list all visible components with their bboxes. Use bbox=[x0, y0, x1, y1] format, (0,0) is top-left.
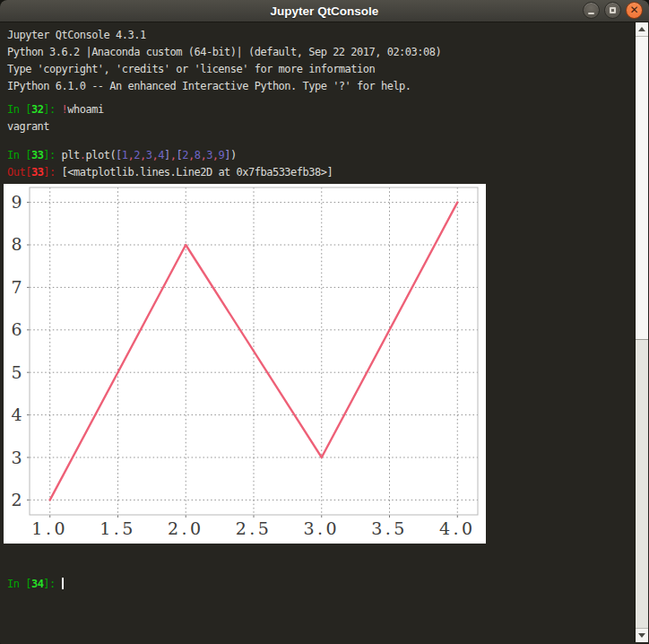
input-line-33: In [33]: plt.plot([1,2,3,4],[2,8,3,9]) bbox=[7, 147, 649, 164]
in-prompt-32: In [32]: bbox=[7, 103, 62, 116]
code-33: plt.plot([1,2,3,4],[2,8,3,9]) bbox=[62, 149, 237, 161]
svg-text:2: 2 bbox=[11, 490, 22, 509]
code-32: !whoami bbox=[62, 103, 104, 116]
output-line-32: vagrant bbox=[7, 118, 649, 135]
in-prompt-34: In [34]: bbox=[7, 578, 62, 590]
svg-text:1.5: 1.5 bbox=[100, 518, 136, 538]
arrow-up-icon bbox=[638, 27, 645, 31]
out-value-33: [<matplotlib.lines.Line2D at 0x7fba533ef… bbox=[62, 166, 333, 178]
window-title: Jupyter QtConsole bbox=[271, 4, 379, 18]
svg-text:2.5: 2.5 bbox=[236, 518, 273, 538]
svg-text:2.0: 2.0 bbox=[168, 518, 204, 538]
svg-text:4.0: 4.0 bbox=[439, 518, 476, 538]
spacer bbox=[7, 135, 649, 147]
svg-text:4: 4 bbox=[11, 405, 22, 424]
in-prompt-33: In [33]: bbox=[7, 149, 62, 161]
output-line-33: Out[33]: [<matplotlib.lines.Line2D at 0x… bbox=[7, 164, 649, 181]
banner-line: Python 3.6.2 |Anaconda custom (64-bit)| … bbox=[7, 44, 649, 61]
minimize-button[interactable] bbox=[583, 2, 600, 19]
svg-text:9: 9 bbox=[11, 192, 22, 212]
titlebar[interactable]: Jupyter QtConsole ✕ bbox=[0, 0, 649, 22]
line-chart: 234567891.01.52.02.53.03.54.0 bbox=[4, 184, 486, 549]
svg-text:8: 8 bbox=[11, 234, 22, 254]
line-chart-svg: 234567891.01.52.02.53.03.54.0 bbox=[4, 184, 486, 544]
window-controls: ✕ bbox=[583, 2, 643, 19]
text-cursor bbox=[62, 578, 64, 589]
maximize-button[interactable] bbox=[604, 2, 621, 19]
close-icon: ✕ bbox=[627, 3, 642, 18]
out-prompt-33: Out[33]: bbox=[7, 166, 62, 178]
scrollbar-track[interactable] bbox=[636, 36, 648, 629]
svg-text:3.0: 3.0 bbox=[303, 518, 340, 538]
maximize-icon bbox=[610, 7, 616, 13]
svg-text:3.5: 3.5 bbox=[371, 518, 408, 538]
svg-text:6: 6 bbox=[11, 319, 22, 339]
inline-plot: 234567891.01.52.02.53.03.54.0 bbox=[4, 184, 486, 544]
scroll-up-button[interactable] bbox=[636, 22, 648, 37]
svg-text:5: 5 bbox=[11, 362, 22, 382]
arrow-down-icon bbox=[638, 633, 645, 638]
spacer bbox=[7, 95, 649, 101]
banner-line: IPython 6.1.0 -- An enhanced Interactive… bbox=[7, 78, 649, 95]
svg-text:1.0: 1.0 bbox=[31, 518, 68, 538]
close-button[interactable]: ✕ bbox=[626, 2, 643, 19]
window: Jupyter QtConsole ✕ Jupyter QtConsole 4.… bbox=[0, 0, 649, 644]
scrollbar[interactable] bbox=[635, 22, 648, 642]
minimize-icon bbox=[588, 13, 594, 14]
scrollbar-thumb[interactable] bbox=[636, 339, 648, 630]
svg-text:7: 7 bbox=[11, 277, 22, 297]
console[interactable]: Jupyter QtConsole 4.3.1 Python 3.6.2 |An… bbox=[0, 22, 649, 644]
input-line-34[interactable]: In [34]: bbox=[7, 576, 649, 593]
banner-line: Type 'copyright', 'credits' or 'license'… bbox=[7, 61, 649, 78]
svg-text:3: 3 bbox=[11, 448, 22, 467]
banner-line: Jupyter QtConsole 4.3.1 bbox=[7, 27, 649, 44]
input-line-32: In [32]: !whoami bbox=[7, 101, 649, 118]
scroll-down-button[interactable] bbox=[636, 628, 648, 642]
